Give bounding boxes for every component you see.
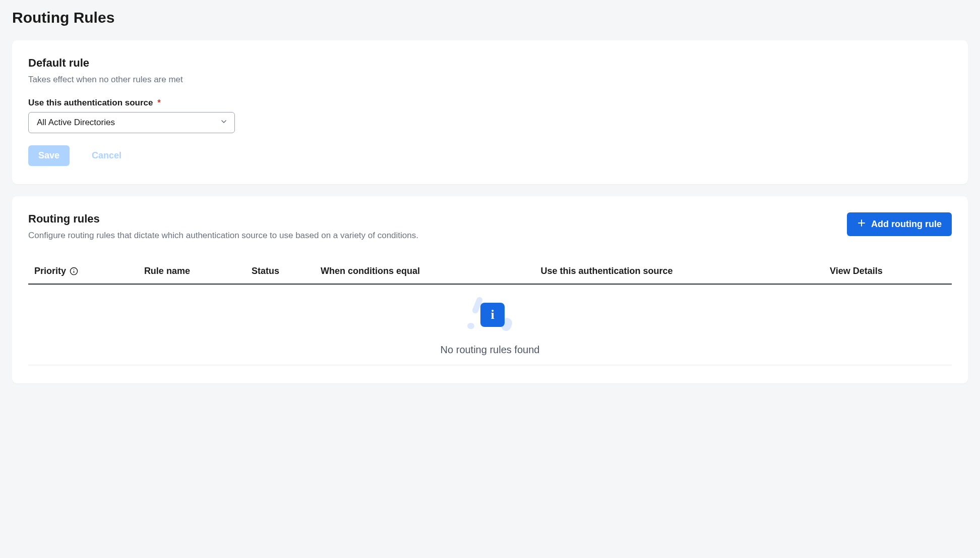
add-routing-rule-button[interactable]: Add routing rule [847, 212, 952, 236]
empty-state: i No routing rules found [28, 296, 952, 356]
auth-source-select-wrapper: All Active Directories [28, 112, 235, 133]
routing-rules-card: Routing rules Configure routing rules th… [12, 196, 968, 383]
add-routing-rule-label: Add routing rule [871, 219, 942, 230]
page-title: Routing Rules [12, 0, 968, 40]
col-conditions: When conditions equal [321, 259, 540, 284]
auth-source-label-text: Use this authentication source [28, 98, 153, 107]
svg-point-4 [73, 269, 74, 270]
default-rule-subtitle: Takes effect when no other rules are met [28, 75, 952, 85]
auth-source-selected-value: All Active Directories [37, 118, 115, 128]
col-rule-name: Rule name [144, 259, 252, 284]
required-asterisk: * [157, 98, 161, 107]
plus-icon [857, 218, 866, 230]
col-priority: Priority [28, 259, 144, 284]
empty-row: i No routing rules found [28, 284, 952, 365]
cancel-button[interactable]: Cancel [82, 145, 132, 166]
auth-source-label: Use this authentication source * [28, 98, 952, 108]
auth-source-select[interactable]: All Active Directories [28, 112, 235, 133]
default-rule-card: Default rule Takes effect when no other … [12, 40, 968, 184]
routing-rules-header: Routing rules Configure routing rules th… [28, 212, 952, 254]
col-priority-label: Priority [34, 266, 66, 276]
col-status: Status [252, 259, 321, 284]
save-button[interactable]: Save [28, 145, 70, 166]
default-rule-title: Default rule [28, 57, 952, 70]
empty-state-text: No routing rules found [441, 344, 540, 356]
routing-rules-title: Routing rules [28, 212, 847, 226]
default-rule-actions: Save Cancel [28, 145, 952, 166]
info-icon[interactable] [69, 267, 78, 276]
col-auth-source: Use this authentication source [540, 259, 830, 284]
col-view-details: View Details [830, 259, 952, 284]
routing-rules-table: Priority Rule name Status When condition… [28, 259, 952, 365]
info-square-icon: i [480, 303, 505, 327]
routing-rules-subtitle: Configure routing rules that dictate whi… [28, 231, 847, 241]
empty-illustration: i [467, 296, 513, 335]
decorative-blob [467, 323, 474, 329]
